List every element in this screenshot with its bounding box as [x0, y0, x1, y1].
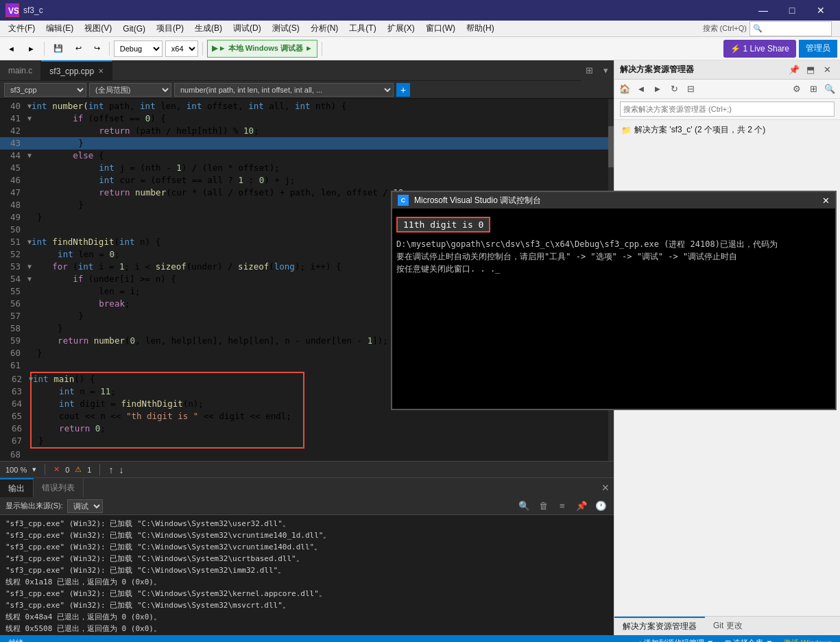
status-ready[interactable]: 就绪: [5, 638, 26, 643]
forward-button[interactable]: ►: [23, 40, 40, 58]
tab-sf3-cpp[interactable]: sf3_cpp.cpp ✕: [41, 60, 112, 81]
output-source-select[interactable]: 调试: [67, 499, 103, 513]
solution-label: 解决方案 'sf3_c' (2 个项目，共 2 个): [634, 124, 765, 136]
scrollbar-thumb[interactable]: [608, 126, 614, 167]
line-num-59: 59: [0, 335, 21, 347]
line-num-48: 48: [0, 199, 21, 211]
line-num-61: 61: [0, 359, 21, 372]
maximize-button[interactable]: □: [778, 0, 806, 21]
code-line-45: 45 int j = (nth - 1) / (len * offset);: [0, 162, 608, 174]
solution-explorer-bottom-tab[interactable]: 解决方案资源管理器: [614, 617, 705, 636]
rp-collapse-button[interactable]: ⊟: [683, 82, 698, 97]
solution-root[interactable]: 📁 解决方案 'sf3_c' (2 个项目，共 2 个): [617, 123, 837, 137]
warning-count: 1: [87, 466, 91, 474]
panel-header-buttons: 📌 ⬒ ✕: [787, 62, 835, 78]
menu-debug[interactable]: 调试(D): [228, 21, 267, 36]
line-num-63: 63: [1, 385, 22, 398]
toolbar-sep-4: [322, 42, 322, 56]
menu-window[interactable]: 窗口(W): [420, 21, 461, 36]
console-close-button[interactable]: ✕: [822, 195, 830, 206]
window-controls[interactable]: — □ ✕: [749, 0, 835, 21]
code-line-65: 65 cout << n << "th digit is " << digit …: [1, 410, 303, 423]
menu-git[interactable]: Git(G): [117, 23, 151, 35]
back-button[interactable]: ◄: [3, 40, 20, 58]
close-button[interactable]: ✕: [807, 0, 835, 21]
output-pin-button[interactable]: 📌: [574, 499, 589, 514]
file-scope-select[interactable]: sf3_cpp: [4, 83, 86, 97]
console-title-text: Microsoft Visual Studio 调试控制台: [414, 195, 541, 206]
output-clear-button[interactable]: 🗑: [536, 499, 551, 514]
rp-home-button[interactable]: 🏠: [617, 82, 632, 97]
debug-mode-select[interactable]: Debug Release: [114, 40, 163, 57]
rp-filter-button[interactable]: ⊞: [806, 82, 821, 97]
rp-search-button[interactable]: 🔍: [822, 82, 837, 97]
select-repo-button[interactable]: ⊞ 选择合库 ▼: [722, 638, 776, 643]
output-tab[interactable]: 输出: [0, 478, 34, 497]
menu-view[interactable]: 视图(V): [79, 21, 117, 36]
line-num-66: 66: [1, 423, 22, 435]
output-content[interactable]: "sf3_cpp.exe" (Win32): 已加载 "C:\Windows\S…: [0, 515, 614, 635]
redo-button[interactable]: ↪: [89, 40, 105, 58]
minimize-button[interactable]: —: [749, 0, 777, 21]
title-bar-left: VS sf3_c: [5, 3, 43, 17]
menu-test[interactable]: 测试(S): [267, 21, 305, 36]
nav-down-button[interactable]: ↓: [119, 464, 123, 475]
zoom-level: 100 %: [5, 466, 27, 474]
panel-pin-button[interactable]: 📌: [787, 62, 802, 78]
code-management-button[interactable]: ↑ 添加到源代码管理 ▼: [636, 638, 717, 643]
tab-menu-button[interactable]: ▾: [597, 60, 614, 81]
zoom-menu-button[interactable]: ▾: [32, 465, 36, 474]
liveshare-label: 1 Live Share: [743, 44, 789, 54]
rp-refresh-button[interactable]: ↻: [667, 82, 682, 97]
status-left: 就绪: [5, 638, 26, 643]
symbol-select[interactable]: number(int path, int len, int offset, in…: [174, 83, 394, 97]
output-line-4: "sf3_cpp.exe" (Win32): 已加载 "C:\Windows\S…: [5, 553, 608, 564]
activate-windows-button[interactable]: 激活 Windows: [781, 638, 835, 643]
scope-select[interactable]: (全局范围): [89, 83, 171, 97]
output-line-11: 程序"[24108] sf3_cpp.exe"已退出，返回值为 0 (0x0)。: [5, 634, 608, 635]
menu-help[interactable]: 帮助(H): [461, 21, 500, 36]
line-num-41: 41: [0, 112, 21, 125]
panel-float-button[interactable]: ⬒: [803, 62, 818, 78]
zoom-bar: 100 % ▾ ✕ 0 ⚠ 1 ↑ ↓: [0, 461, 614, 477]
menu-analyze[interactable]: 分析(N): [305, 21, 344, 36]
platform-select[interactable]: x64 x86: [165, 40, 198, 57]
menu-file[interactable]: 文件(F): [3, 21, 40, 36]
output-wrap-button[interactable]: ≡: [555, 499, 570, 514]
menu-project[interactable]: 项目(P): [151, 21, 189, 36]
nav-up-button[interactable]: ↑: [108, 464, 113, 475]
menu-build[interactable]: 生成(B): [189, 21, 228, 36]
code-line-44: 44 ▼ else {: [0, 150, 608, 162]
error-icon: ✕: [53, 465, 60, 474]
toolbar: ◄ ► 💾 ↩ ↪ Debug Release x64 x86 ▶ ► 本地 W…: [0, 37, 840, 60]
menu-edit[interactable]: 编辑(E): [40, 21, 79, 36]
line-num-49: 49: [0, 211, 21, 224]
status-bar: 就绪 ↑ 添加到源代码管理 ▼ ⊞ 选择合库 ▼ 激活 Windows: [0, 635, 840, 642]
line-num-46: 46: [0, 174, 21, 187]
menu-extensions[interactable]: 扩展(X): [382, 21, 420, 36]
panel-close-button[interactable]: ✕: [597, 478, 614, 497]
run-button[interactable]: ▶ ► 本地 Windows 调试器 ►: [207, 40, 317, 58]
rp-forward-button[interactable]: ►: [650, 82, 665, 97]
scope-bar: sf3_cpp (全局范围) number(int path, int len,…: [0, 81, 614, 99]
code-line-46: 46 int cur = (offset == all ? 1 : 0) + j…: [0, 174, 608, 187]
git-changes-tab[interactable]: Git 更改: [705, 617, 751, 636]
menu-tools[interactable]: 工具(T): [344, 21, 381, 36]
rp-back-button[interactable]: ◄: [634, 82, 649, 97]
toolbar-sep-2: [109, 42, 110, 56]
scope-add-button[interactable]: +: [396, 83, 410, 97]
manage-button[interactable]: 管理员: [799, 40, 837, 58]
add-tab-button[interactable]: ⊞: [581, 60, 597, 81]
output-search-button[interactable]: 🔍: [516, 499, 531, 514]
error-list-tab[interactable]: 错误列表: [34, 478, 84, 497]
tab-main-c[interactable]: main.c: [0, 60, 41, 81]
output-clock-button[interactable]: 🕐: [593, 499, 608, 514]
liveshare-button[interactable]: ⚡ 1 Live Share: [723, 40, 796, 58]
undo-button[interactable]: ↩: [71, 40, 86, 58]
panel-close-x-button[interactable]: ✕: [819, 62, 835, 78]
solution-search-input[interactable]: [620, 102, 835, 117]
tab-close-icon[interactable]: ✕: [98, 67, 104, 75]
save-button[interactable]: 💾: [49, 40, 68, 58]
output-line-6: 线程 0x1a18 已退出，返回值为 0 (0x0)。: [5, 576, 608, 588]
rp-settings-button[interactable]: ⚙: [789, 82, 804, 97]
